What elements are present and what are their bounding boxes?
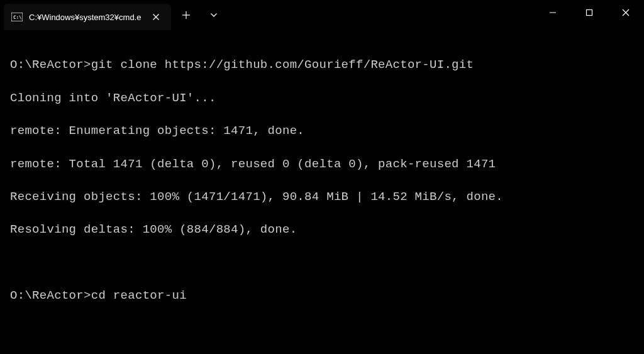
terminal-line [10, 321, 635, 337]
tab-dropdown-button[interactable] [201, 3, 226, 28]
plus-icon [182, 11, 191, 19]
chevron-down-icon [210, 13, 218, 18]
window-controls [535, 0, 644, 30]
terminal-line: remote: Enumerating objects: 1471, done. [10, 123, 635, 139]
close-icon [152, 13, 160, 21]
svg-text:C:\: C:\ [13, 14, 22, 20]
active-tab[interactable]: C:\ C:¥Windows¥system32¥cmd.e [4, 4, 171, 30]
close-icon [622, 9, 630, 16]
terminal-line: remote: Total 1471 (delta 0), reused 0 (… [10, 156, 635, 172]
terminal-line: Receiving objects: 100% (1471/1471), 90.… [10, 189, 635, 205]
cmd-icon: C:\ [11, 13, 23, 21]
tab-title: C:¥Windows¥system32¥cmd.e [29, 13, 141, 22]
maximize-icon [586, 9, 593, 16]
terminal-line: Resolving deltas: 100% (884/884), done. [10, 221, 635, 238]
svg-rect-7 [587, 10, 592, 16]
minimize-button[interactable] [535, 0, 571, 25]
maximize-button[interactable] [571, 0, 608, 25]
close-tab-button[interactable] [147, 8, 165, 26]
minimize-icon [549, 9, 557, 16]
terminal-line: Cloning into 'ReActor-UI'... [10, 90, 635, 106]
terminal-line [10, 255, 635, 271]
close-window-button[interactable] [608, 0, 644, 25]
terminal-output[interactable]: O:\ReActor>git clone https://github.com/… [0, 30, 644, 354]
terminal-line: O:\ReActor>git clone https://github.com/… [10, 57, 635, 73]
new-tab-button[interactable] [174, 3, 199, 28]
title-bar: C:\ C:¥Windows¥system32¥cmd.e [0, 0, 644, 30]
terminal-line: O:\ReActor>cd reactor-ui [10, 287, 635, 304]
